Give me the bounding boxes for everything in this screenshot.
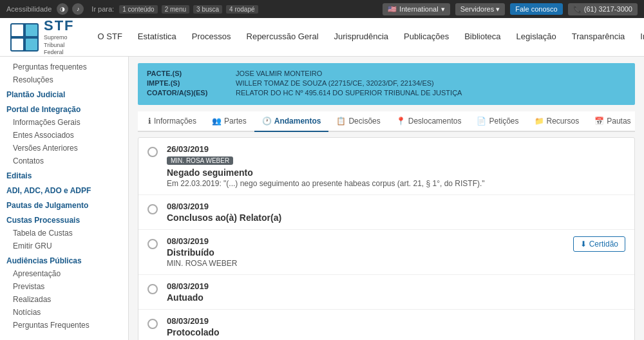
tab-deslocamentos[interactable]: 📍 Deslocamentos	[388, 111, 469, 132]
entry-radio[interactable]	[147, 147, 158, 157]
nav-item-jurisprudência[interactable]: Jurisprudência	[327, 18, 397, 57]
contrast-icon[interactable]: ◑	[57, 3, 68, 15]
entry-desc: Em 22.03.2019: "(...) nego seguimento ao…	[167, 179, 625, 188]
tab-label: Recursos	[547, 117, 580, 126]
impte-value: WILLER TOMAZ DE SOUZA (22715/CE, 32023/D…	[236, 79, 434, 87]
sidebar-item-planto-judicial[interactable]: Plantão Judicial	[0, 86, 128, 101]
coator-row: COATOR/A(S)(ES) RELATOR DO HC Nº 495.614…	[147, 89, 626, 97]
top-bar-left: Acessibilidade ◑ ♪ Ir para: 1 conteúdo 2…	[6, 3, 258, 15]
sidebar-item-pautas-de-julgamento[interactable]: Pautas de Julgamento	[0, 197, 128, 212]
phone-button[interactable]: 📞 (61) 3217-3000	[568, 3, 638, 15]
entry-content: 08/03/2019 Distribuído MIN. ROSA WEBER	[167, 236, 564, 268]
nav-item-biblioteca[interactable]: Biblioteca	[457, 18, 508, 57]
top-bar: Acessibilidade ◑ ♪ Ir para: 1 conteúdo 2…	[0, 0, 644, 18]
impte-row: IMPTE.(S) WILLER TOMAZ DE SOUZA (22715/C…	[147, 79, 626, 87]
sidebar-item-emitir-gru[interactable]: Emitir GRU	[0, 240, 128, 252]
entry-radio[interactable]	[147, 319, 158, 329]
fale-conosco-button[interactable]: Fale conosco	[510, 3, 562, 15]
pacte-value: JOSE VALMIR MONTEIRO	[236, 70, 322, 77]
goto-link-4[interactable]: 4 rodapé	[226, 5, 258, 14]
process-tabs: ℹ Informações👥 Partes🕐 Andamentos📋 Decis…	[138, 111, 635, 132]
international-button[interactable]: 🇺🇸 International ▾	[383, 3, 450, 15]
entry-date: 08/03/2019	[167, 236, 564, 246]
audio-icon[interactable]: ♪	[72, 3, 84, 15]
sidebar-item-contatos[interactable]: Contatos	[0, 155, 128, 167]
logo-stf: STF	[44, 17, 75, 34]
sidebar-item-custas-processuais[interactable]: Custas Processuais	[0, 212, 128, 227]
tab-petições[interactable]: 📄 Petições	[469, 111, 526, 132]
sidebar-item-apresentao[interactable]: Apresentação	[0, 267, 128, 280]
top-bar-right: 🇺🇸 International ▾ Servidores ▾ Fale con…	[383, 3, 638, 15]
tab-partes[interactable]: 👥 Partes	[204, 111, 254, 132]
entry-radio[interactable]	[147, 204, 158, 214]
process-entry-3: 08/03/2019 Autuado	[138, 275, 634, 310]
sidebar-item-verses-anteriores[interactable]: Versões Anteriores	[0, 142, 128, 155]
tab-label: Petições	[489, 117, 518, 126]
process-entry-4: 08/03/2019 Protocolado Petição Inicial (…	[138, 310, 634, 340]
tab-andamentos[interactable]: 🕐 Andamentos	[254, 111, 329, 132]
tab-icon: 📅	[594, 117, 604, 126]
servidores-button[interactable]: Servidores ▾	[455, 3, 506, 15]
tab-icon: ℹ	[148, 117, 151, 126]
nav-item-imprensa[interactable]: Imprensa	[632, 18, 644, 57]
sidebar-item-tabela-de-custas[interactable]: Tabela de Custas	[0, 227, 128, 240]
international-label: International	[399, 5, 439, 13]
sidebar-item-notcias[interactable]: Notícias	[0, 306, 128, 319]
process-info-box: PACTE.(S) JOSE VALMIR MONTEIRO IMPTE.(S)…	[138, 63, 635, 105]
tab-label: Andamentos	[274, 117, 321, 126]
sidebar-item-adi-adc-ado-e-adpf[interactable]: ADI, ADC, ADO e ADPF	[0, 182, 128, 197]
pacte-label: PACTE.(S)	[147, 70, 231, 77]
goto-link-2[interactable]: 2 menu	[162, 5, 189, 14]
nav-item-estatística[interactable]: Estatística	[130, 18, 184, 57]
sidebar-item-portal-de-integrao[interactable]: Portal de Integração	[0, 101, 128, 116]
tab-decisões[interactable]: 📋 Decisões	[328, 111, 388, 132]
sidebar-item-entes-associados[interactable]: Entes Associados	[0, 129, 128, 142]
sidebar-item-perguntas-frequentes[interactable]: Perguntas frequentes	[0, 61, 128, 73]
tab-label: Pautas	[607, 117, 630, 126]
entry-date: 26/03/2019	[167, 144, 625, 154]
nav-item-transparência[interactable]: Transparência	[564, 18, 633, 57]
sidebar-item-editais[interactable]: Editais	[0, 167, 128, 182]
sidebar: Perguntas frequentesResoluçõesPlantão Ju…	[0, 57, 129, 340]
entry-radio[interactable]	[147, 239, 158, 249]
sidebar-item-perguntas-frequentes[interactable]: Perguntas Frequentes	[0, 319, 128, 332]
nav-item-legislação[interactable]: Legislação	[509, 18, 564, 57]
sidebar-item-audincias-pblicas[interactable]: Audiências Públicas	[0, 252, 128, 267]
svg-rect-4	[26, 39, 37, 50]
logo-area[interactable]: STF Supremo Tribunal Federal	[10, 17, 75, 57]
tab-icon: 📍	[396, 117, 406, 126]
sidebar-item-previstas[interactable]: Previstas	[0, 280, 128, 293]
goto-link-1[interactable]: 1 conteúdo	[119, 5, 158, 14]
entry-content: 26/03/2019 MIN. ROSA WEBER Negado seguim…	[167, 144, 625, 188]
sidebar-item-informaes-gerais[interactable]: Informações Gerais	[0, 116, 128, 129]
entry-title: Negado seguimento	[167, 167, 625, 178]
entry-radio[interactable]	[147, 284, 158, 294]
goto-links: 1 conteúdo 2 menu 3 busca 4 rodapé	[119, 5, 258, 14]
nav-item-processos[interactable]: Processos	[184, 18, 239, 57]
svg-rect-2	[12, 39, 23, 50]
tab-informações[interactable]: ℹ Informações	[140, 111, 204, 132]
chevron-down-icon: ▾	[441, 5, 445, 14]
certidao-button[interactable]: ⬇ Certidão	[573, 236, 625, 252]
entry-content: 08/03/2019 Conclusos ao(à) Relator(a)	[167, 202, 625, 223]
sidebar-item-realizadas[interactable]: Realizadas	[0, 293, 128, 306]
logo-text: STF Supremo Tribunal Federal	[44, 17, 75, 57]
sidebar-item-resolues[interactable]: Resoluções	[0, 73, 128, 86]
nav-item-publicações[interactable]: Publicações	[396, 18, 457, 57]
coator-value: RELATOR DO HC Nº 495.614 DO SUPERIOR TRI…	[236, 89, 462, 97]
process-list: 26/03/2019 MIN. ROSA WEBER Negado seguim…	[138, 137, 635, 340]
layout: Perguntas frequentesResoluçõesPlantão Ju…	[0, 57, 644, 340]
goto-link-3[interactable]: 3 busca	[193, 5, 222, 14]
nav-item-repercussão-geral[interactable]: Repercussão Geral	[239, 18, 327, 57]
entry-date: 08/03/2019	[167, 281, 625, 291]
tab-pautas[interactable]: 📅 Pautas	[587, 111, 638, 132]
entry-title: Conclusos ao(à) Relator(a)	[167, 212, 625, 223]
svg-rect-1	[12, 24, 23, 36]
entry-date: 08/03/2019	[167, 316, 625, 326]
coator-label: COATOR/A(S)(ES)	[147, 89, 231, 97]
tab-icon: 📁	[535, 117, 544, 126]
nav-item-o-stf[interactable]: O STF	[90, 18, 130, 57]
entry-title: Protocolado	[167, 327, 625, 337]
tab-icon: 👥	[212, 117, 222, 126]
tab-recursos[interactable]: 📁 Recursos	[527, 111, 587, 132]
